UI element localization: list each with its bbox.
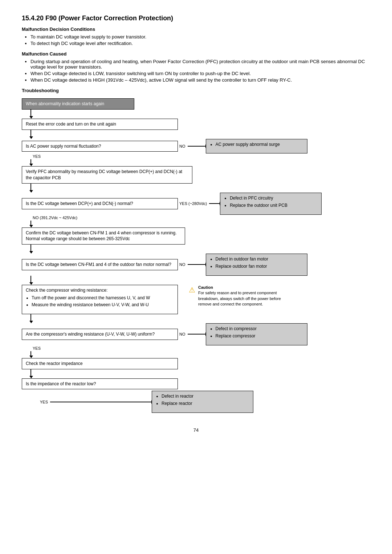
arrow-line: [30, 351, 31, 356]
list-item: To maintain DC voltage level supply to p…: [30, 34, 370, 40]
decision3-row: Is the DC voltage between CN-FM1 and 4 o…: [22, 254, 370, 276]
arrow-tip: [29, 356, 33, 358]
malfunction-caused-heading: Malfunction Caused: [22, 51, 370, 57]
list-item: Defect in outdoor fan motor: [216, 256, 303, 262]
list-item: Replace compressor: [216, 333, 303, 339]
yes-label-2: YES (~280Vdc): [179, 201, 207, 206]
step4-row: Check the compressor winding resistance:…: [22, 285, 370, 314]
arrow-tip: [29, 136, 33, 139]
malfunction-caused-section: Malfunction Caused During startup and op…: [22, 51, 370, 83]
decision5-box: Is the impedance of the reactor low?: [22, 378, 178, 390]
troubleshooting-heading: Troubleshooting: [22, 88, 370, 93]
decision4-box: Are the compressor's winding resistance …: [22, 329, 178, 340]
arrow-tip: [29, 251, 33, 254]
list-item: During startup and operation of cooling …: [30, 59, 370, 70]
arrow3-connector: [22, 276, 370, 285]
arrow-line: [30, 184, 31, 190]
start-box: When abnormality indication starts again: [22, 98, 134, 110]
yes1-connector: YES: [22, 153, 370, 166]
decision4-row: Are the compressor's winding resistance …: [22, 323, 370, 345]
malfunction-decision-section: Malfunction Decision Conditions To maint…: [22, 26, 370, 46]
step2-box: Verify PFC abnormality by measuring DC v…: [22, 166, 192, 184]
arrow-tip: [29, 225, 33, 227]
step4-list: Turn off the power and disconnect the ha…: [32, 295, 174, 308]
list-item: Defect in compressor: [216, 326, 303, 332]
yes5-row: YES Defect in reactor Replace reactor: [40, 391, 370, 413]
h-line: [209, 203, 220, 204]
decision5-container: Is the impedance of the reactor low?: [22, 378, 370, 390]
arrow-tip: [29, 376, 33, 378]
caution-label: Caution: [198, 285, 213, 290]
arrow-line: [30, 130, 31, 136]
yes-label-1: YES: [33, 154, 41, 159]
side1-list: AC power supply abnormal surge: [216, 141, 303, 148]
h-line: [188, 146, 206, 147]
step5-container: Check the reactor impedance: [22, 358, 370, 378]
malfunction-decision-list: To maintain DC voltage level supply to p…: [30, 34, 370, 46]
side4-list: Defect in compressor Replace compressor: [216, 326, 303, 339]
decision1-row: Is AC power supply normal fluctuation? N…: [22, 139, 370, 154]
no2-connector: NO (391.2Vdc ~ 425Vdc): [22, 215, 370, 227]
arrow-line: [30, 221, 31, 225]
step4-heading: Check the compressor winding resistance:: [26, 287, 174, 294]
list-item: Replace outdoor fan motor: [216, 263, 303, 270]
list-item: Measure the winding resistance between U…: [32, 302, 174, 308]
decision1-box: Is AC power supply normal fluctuation?: [22, 141, 178, 152]
side4-box: Defect in compressor Replace compressor: [206, 323, 307, 345]
caution-icon: ⚠: [189, 285, 195, 295]
list-item: When DC voltage detected is LOW, transis…: [30, 71, 370, 76]
malfunction-caused-list: During startup and operation of cooling …: [30, 59, 370, 83]
caution-text: For safety reason and to prevent compone…: [198, 290, 290, 307]
arrow-tip: [29, 116, 33, 119]
step3-container: Confirm the DC voltage between CN-FM 1 a…: [22, 227, 370, 254]
arrow-tip: [29, 164, 33, 166]
arrow-line: [30, 159, 31, 164]
list-item: AC power supply abnormal surge: [216, 141, 303, 148]
side1-box: AC power supply abnormal surge: [206, 139, 307, 154]
arrow-line: [30, 276, 31, 282]
arrow-tip: [29, 190, 33, 193]
caution-box: ⚠ Caution For safety reason and to preve…: [189, 285, 290, 307]
list-item: Replace reactor: [162, 401, 249, 407]
step2-container: Verify PFC abnormality by measuring DC v…: [22, 166, 370, 193]
h-line: [188, 334, 206, 335]
list-item: Defect in PFC circuitry: [230, 195, 318, 201]
h-line: [188, 264, 206, 265]
decision2-row: Is the DC voltage between DCP(+) and DCN…: [22, 193, 370, 215]
no-label-2: NO (391.2Vdc ~ 425Vdc): [33, 216, 77, 220]
list-item: Replace the outdoor unit PCB: [230, 202, 318, 209]
arrow4-connector: [22, 314, 370, 323]
list-item: When DC voltage detected is HIGH (391Vdc…: [30, 77, 370, 83]
arrow-tip: [29, 282, 33, 285]
h-line: [50, 402, 152, 402]
no-label-1: NO: [179, 144, 185, 148]
decision2-box: Is the DC voltage between DCP(+) and DCN…: [22, 198, 178, 209]
arrow-line: [30, 110, 31, 116]
step5-box: Check the reactor impedance: [22, 358, 178, 369]
list-item: To detect high DC voltage level after re…: [30, 41, 370, 46]
no-label-3: NO: [179, 262, 185, 267]
arrow-line: [30, 245, 31, 251]
list-item: Turn off the power and disconnect the ha…: [32, 295, 174, 301]
page-number: 74: [22, 427, 370, 433]
arrow-line: [30, 314, 31, 321]
troubleshooting-section: Troubleshooting: [22, 88, 370, 93]
side3-box: Defect in outdoor fan motor Replace outd…: [206, 254, 307, 276]
yes4-connector: YES: [22, 345, 370, 358]
side2-list: Defect in PFC circuitry Replace the outd…: [230, 195, 318, 209]
step4-box: Check the compressor winding resistance:…: [22, 285, 178, 314]
side2-box: Defect in PFC circuitry Replace the outd…: [220, 193, 322, 215]
step3-box: Confirm the DC voltage between CN-FM 1 a…: [22, 227, 185, 245]
arrow-tip: [29, 321, 33, 323]
flowchart: When abnormality indication starts again…: [22, 98, 370, 413]
page-title: 15.4.20 F90 (Power Factor Correction Pro…: [22, 15, 370, 22]
side5-list: Defect in reactor Replace reactor: [162, 393, 249, 407]
list-item: Defect in reactor: [162, 393, 249, 399]
side3-list: Defect in outdoor fan motor Replace outd…: [216, 256, 303, 270]
malfunction-decision-heading: Malfunction Decision Conditions: [22, 26, 370, 32]
no-label-4: NO: [179, 332, 185, 336]
yes-label-4: YES: [33, 346, 41, 350]
decision3-box: Is the DC voltage between CN-FM1 and 4 o…: [22, 259, 178, 270]
step1-box: Reset the error code and turn on the uni…: [22, 119, 178, 130]
arrow-line: [30, 369, 31, 376]
